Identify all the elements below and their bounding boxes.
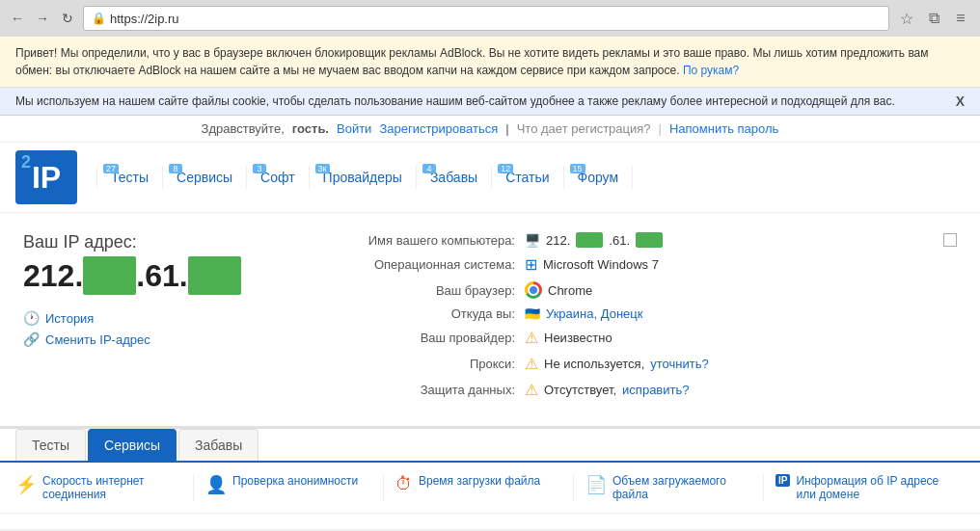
ip-part2: .61.	[136, 258, 187, 294]
nav-badge-testy: 27	[103, 164, 119, 173]
location-link[interactable]: Украина, Донецк	[546, 306, 642, 321]
service-time-label: Время загрузки файла	[419, 474, 540, 488]
chrome-icon	[525, 281, 542, 299]
logo-number: 2	[21, 152, 31, 173]
service-size-label: Объем загружаемого файла	[612, 474, 751, 501]
login-link[interactable]: Войти	[337, 121, 371, 136]
nav-item-zabavy[interactable]: 4 Забавы	[417, 166, 492, 189]
history-link[interactable]: 🕐 История	[23, 310, 293, 326]
computer-value: 🖥️ 212. .61.	[525, 232, 663, 248]
change-ip-icon: 🔗	[23, 332, 40, 347]
protection-link[interactable]: исправить?	[622, 383, 689, 397]
computer-label: Имя вашего компьютера:	[332, 233, 525, 248]
location-label: Откуда вы:	[332, 306, 525, 321]
browser-toolbar: ← → ↻ 🔒 https://2ip.ru ☆ ⧉ ≡	[0, 0, 980, 37]
change-ip-label: Сменить IP-адрес	[45, 332, 150, 347]
nav-item-testy[interactable]: 27 Тесты	[96, 166, 163, 189]
what-gives-link[interactable]: Что дает регистрация?	[517, 121, 651, 136]
tab-testy[interactable]: Тесты	[15, 429, 86, 461]
nav-label-provaidery: Провайдеры	[323, 170, 402, 185]
register-link[interactable]: Зарегистрироваться	[379, 121, 498, 136]
browser-name: Chrome	[548, 283, 592, 298]
protection-label: Защита данных:	[332, 383, 525, 397]
tab-servisy[interactable]: Сервисы	[88, 429, 177, 461]
computer-flag-icon: 🖥️	[525, 233, 540, 248]
extensions-button[interactable]: ⧉	[922, 7, 945, 30]
proxy-warning-icon: ⚠	[525, 355, 538, 373]
nav-badge-stati: 12	[498, 164, 513, 173]
adblock-notice: Привет! Мы определили, что у вас в брауз…	[0, 37, 980, 88]
separator1: |	[505, 121, 508, 136]
cookie-close-button[interactable]: X	[956, 93, 965, 109]
nav-label-servisy: Сервисы	[177, 170, 232, 185]
ip-address: 212. .61.	[23, 256, 293, 295]
nav-label-zabavy: Забавы	[430, 170, 477, 185]
browser-row: Ваш браузер: Chrome	[332, 281, 957, 299]
proxy-link[interactable]: уточнить?	[650, 357, 708, 371]
browser-value: Chrome	[525, 281, 592, 299]
services-grid: ⚡ Скорость интернет соединения 👤 Проверк…	[0, 463, 980, 514]
nav-item-stati[interactable]: 12 Статьи	[492, 166, 563, 189]
detail-checkbox[interactable]	[943, 233, 957, 247]
nav-badge-zabavy: 4	[422, 164, 436, 173]
provider-warning-icon: ⚠	[525, 329, 538, 347]
nav-item-soft[interactable]: 3 Софт	[247, 166, 310, 189]
provider-row: Ваш провайдер: ⚠ Неизвестно	[332, 329, 957, 347]
service-link-anon[interactable]: 👤 Проверка анонимности	[205, 474, 358, 495]
forward-button[interactable]: →	[33, 9, 52, 28]
service-link-size[interactable]: 📄 Объем загружаемого файла	[585, 474, 751, 501]
menu-button[interactable]: ≡	[949, 7, 972, 30]
ip-details: Имя вашего компьютера: 🖥️ 212. .61. Опер…	[332, 232, 957, 407]
address-bar[interactable]: 🔒 https://2ip.ru	[83, 6, 889, 31]
computer-name-row: Имя вашего компьютера: 🖥️ 212. .61.	[332, 232, 957, 248]
cookie-text: Мы используем на нашем сайте файлы cooki…	[15, 94, 895, 108]
service-link-time[interactable]: ⏱ Время загрузки файла	[395, 474, 540, 494]
remember-password-link[interactable]: Напомнить пароль	[669, 121, 778, 136]
service-item-anon: 👤 Проверка анонимности	[205, 474, 384, 501]
logo-nav: 2 IP 27 Тесты 8 Сервисы 3 Софт 3к Провай…	[0, 143, 980, 213]
proxy-text: Не используется,	[544, 357, 644, 371]
service-speed-label: Скорость интернет соединения	[42, 474, 181, 501]
ip-section: Ваш IP адрес: 212. .61. 🕐 История 🔗 Смен…	[23, 232, 957, 407]
ip-hidden-block2	[188, 256, 241, 295]
os-value: ⊞ Microsoft Windows 7	[525, 255, 659, 274]
browser-label: Ваш браузер:	[332, 283, 525, 298]
nav-item-forum[interactable]: 15 Форум	[564, 166, 634, 189]
service-link-info[interactable]: IP Информация об IP адресе или домене	[776, 474, 941, 501]
ip-display: Ваш IP адрес: 212. .61. 🕐 История 🔗 Смен…	[23, 232, 293, 347]
nav-item-provaidery[interactable]: 3к Провайдеры	[310, 166, 417, 189]
tab-zabavy[interactable]: Забавы	[178, 429, 259, 461]
windows-icon: ⊞	[525, 255, 537, 274]
tabs-section: Тесты Сервисы Забавы ⚡ Скорость интернет…	[0, 427, 980, 514]
ip-info-icon: IP	[776, 474, 790, 487]
anon-icon: 👤	[205, 474, 227, 495]
nav-badge-provaidery: 3к	[315, 164, 330, 173]
header-auth: Здравствуйте, гость. Войти Зарегистриров…	[0, 116, 980, 142]
computer-hidden1	[576, 232, 603, 248]
refresh-button[interactable]: ↻	[58, 9, 77, 28]
nav-item-serviсy[interactable]: 8 Сервисы	[163, 166, 247, 189]
cookie-notice: Мы используем на нашем сайте файлы cooki…	[0, 88, 980, 116]
service-item-speed: ⚡ Скорость интернет соединения	[15, 474, 194, 501]
adblock-link[interactable]: По рукам?	[683, 64, 739, 77]
service-item-time: ⏱ Время загрузки файла	[395, 474, 574, 501]
nav-badge-forum: 15	[570, 164, 585, 173]
bookmark-button[interactable]: ☆	[895, 7, 918, 30]
site-logo[interactable]: 2 IP	[15, 150, 77, 204]
speed-icon: ⚡	[15, 474, 37, 495]
url-text: https://2ip.ru	[110, 12, 881, 26]
size-icon: 📄	[585, 474, 607, 495]
ukraine-flag-icon: 🇺🇦	[525, 306, 540, 321]
history-link-label: История	[45, 311, 94, 326]
ip-hidden-block1	[83, 256, 136, 295]
service-link-speed[interactable]: ⚡ Скорость интернет соединения	[15, 474, 181, 501]
logo-text: IP	[32, 160, 61, 196]
change-ip-link[interactable]: 🔗 Сменить IP-адрес	[23, 332, 293, 347]
protection-warning-icon: ⚠	[525, 381, 538, 399]
page-content: Привет! Мы определили, что у вас в брауз…	[0, 37, 980, 529]
username-text: гость.	[292, 121, 329, 136]
service-anon-label: Проверка анонимности	[232, 474, 358, 488]
proxy-label: Прокси:	[332, 357, 525, 371]
ip-label: Ваш IP адрес:	[23, 232, 293, 252]
back-button[interactable]: ←	[8, 9, 27, 28]
